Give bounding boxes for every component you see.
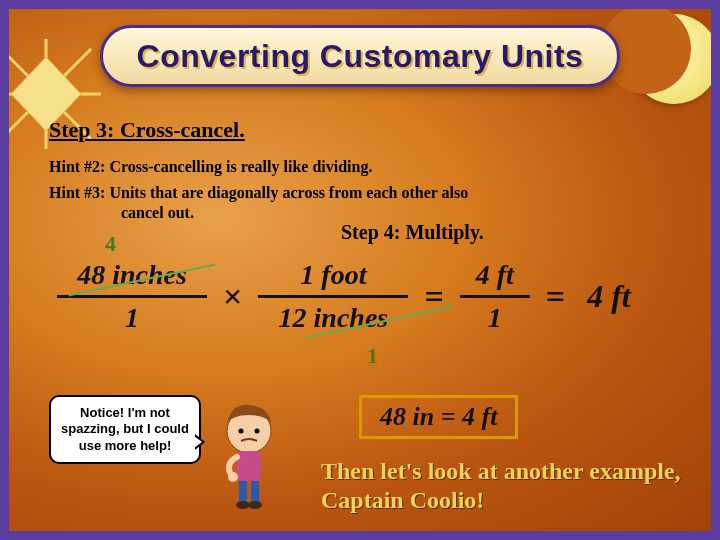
frac1-denominator: 1 <box>57 302 207 334</box>
svg-point-16 <box>248 501 262 509</box>
slide: Converting Customary Units Step 3: Cross… <box>0 0 720 540</box>
frac2-denominator: 12 inches <box>258 302 408 334</box>
page-title: Converting Customary Units <box>137 38 584 75</box>
cancel-result-1: 1 <box>367 343 378 369</box>
cancel-result-4: 4 <box>105 231 116 257</box>
svg-line-5 <box>1 94 46 139</box>
step4-heading: Step 4: Multiply. <box>341 221 484 244</box>
frac3-numerator: 4 ft <box>460 259 530 291</box>
speech-bubble: Notice! I'm not spazzing, but I could us… <box>49 395 201 464</box>
fraction-3: 4 ft 1 <box>460 259 530 334</box>
frac2-numerator: 1 foot <box>258 259 408 291</box>
content-area: Step 3: Cross-cancel. Hint #2: Cross-can… <box>49 117 671 229</box>
svg-point-10 <box>239 429 244 434</box>
step3-heading: Step 3: Cross-cancel. <box>49 117 671 143</box>
result-box: 48 in = 4 ft <box>359 395 518 439</box>
svg-line-4 <box>46 49 91 94</box>
closing-line: Then let's look at another example, Capt… <box>321 457 701 515</box>
cartoon-kid-icon <box>209 401 289 511</box>
svg-point-17 <box>228 472 238 482</box>
svg-point-15 <box>236 501 250 509</box>
hint-3-line1: Hint #3: Units that are diagonally acros… <box>49 184 468 201</box>
svg-rect-12 <box>237 451 261 481</box>
times-operator: × <box>223 278 242 316</box>
frac3-denominator: 1 <box>460 302 530 334</box>
equation: 4 48 inches 1 × 1 foot 12 inches = 4 ft … <box>57 259 691 379</box>
hint-3: Hint #3: Units that are diagonally acros… <box>49 183 671 223</box>
equals-2: = <box>546 278 565 316</box>
hint-3-line2: cancel out. <box>49 204 194 221</box>
svg-rect-13 <box>239 481 247 503</box>
svg-point-11 <box>255 429 260 434</box>
moon-icon <box>609 0 720 119</box>
svg-rect-14 <box>251 481 259 503</box>
svg-line-7 <box>1 49 46 94</box>
hint-2: Hint #2: Cross-cancelling is really like… <box>49 157 671 177</box>
frac1-numerator: 48 inches <box>57 259 207 291</box>
final-answer: 4 ft <box>587 278 631 315</box>
fraction-2: 1 foot 12 inches <box>258 259 408 334</box>
title-banner: Converting Customary Units <box>100 25 620 87</box>
